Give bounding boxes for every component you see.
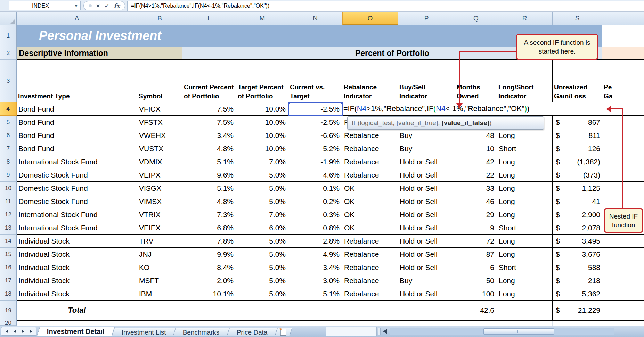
- cell-R7[interactable]: Short: [497, 142, 553, 155]
- cell-N6[interactable]: -6.6%: [288, 129, 342, 142]
- cell-Q13[interactable]: 9: [455, 221, 497, 235]
- cell-N14[interactable]: 2.8%: [288, 235, 342, 248]
- cell-M20[interactable]: [236, 321, 288, 326]
- cell-A14[interactable]: Individual Stock: [17, 235, 137, 248]
- cell-A16[interactable]: Individual Stock: [17, 261, 137, 274]
- cell-N7[interactable]: -5.2%: [288, 142, 342, 155]
- cell-B18[interactable]: IBM: [137, 287, 182, 301]
- cell-M6[interactable]: 10.0%: [236, 129, 288, 142]
- row-header-10[interactable]: 10: [0, 182, 17, 195]
- cell-O18[interactable]: Rebalance: [342, 287, 398, 301]
- row-header-2[interactable]: 2: [0, 47, 17, 60]
- row-header-3[interactable]: 3: [0, 60, 17, 102]
- cell-N10[interactable]: 0.1%: [288, 182, 342, 195]
- row-header-8[interactable]: 8: [0, 155, 17, 168]
- header-O3[interactable]: Rebalance Indicator: [342, 60, 398, 102]
- cell-T18[interactable]: [602, 287, 644, 301]
- cell-N11[interactable]: -0.2%: [288, 195, 342, 208]
- cell-B11[interactable]: VIMSX: [137, 195, 182, 208]
- cell-B14[interactable]: TRV: [137, 235, 182, 248]
- cell-L14[interactable]: 7.8%: [182, 235, 236, 248]
- cell-A18[interactable]: Individual Stock: [17, 287, 137, 301]
- scroll-left-icon[interactable]: [383, 329, 387, 334]
- cell-N20[interactable]: [288, 321, 342, 326]
- cell-Q11[interactable]: 46: [455, 195, 497, 208]
- cell-R9[interactable]: Long: [497, 168, 553, 182]
- cell-N4[interactable]: -2.5%: [288, 102, 342, 116]
- cell-B7[interactable]: VUSTX: [137, 142, 182, 155]
- cell-M10[interactable]: 5.0%: [236, 182, 288, 195]
- header-Q3[interactable]: Months Owned: [455, 60, 497, 102]
- cell-L13[interactable]: 6.8%: [182, 221, 236, 235]
- cell-B13[interactable]: VEIEX: [137, 221, 182, 235]
- cell-M13[interactable]: 6.0%: [236, 221, 288, 235]
- cell-B4[interactable]: VFICX: [137, 102, 182, 116]
- cell-R18[interactable]: Long: [497, 287, 553, 301]
- cell-S5[interactable]: $867: [553, 116, 602, 129]
- tab-price-data[interactable]: Price Data: [227, 328, 278, 336]
- cell-M14[interactable]: 5.0%: [236, 235, 288, 248]
- cell-P14[interactable]: Hold or Sell: [398, 235, 455, 248]
- cell-A19[interactable]: Total: [17, 301, 137, 321]
- cell-O9[interactable]: Rebalance: [342, 168, 398, 182]
- row-header-6[interactable]: 6: [0, 129, 17, 142]
- row-header-1[interactable]: 1: [0, 25, 17, 47]
- column-header-R[interactable]: R: [497, 12, 553, 25]
- cell-O6[interactable]: Rebalance: [342, 129, 398, 142]
- cell-N8[interactable]: -1.9%: [288, 155, 342, 168]
- cell-Q14[interactable]: 72: [455, 235, 497, 248]
- row-header-7[interactable]: 7: [0, 142, 17, 155]
- header-P3[interactable]: Buy/Sell Indicator: [398, 60, 455, 102]
- header-A3[interactable]: Investment Type: [17, 60, 137, 102]
- cell-Q10[interactable]: 33: [455, 182, 497, 195]
- row-header-18[interactable]: 18: [0, 287, 17, 301]
- cell-T16[interactable]: [602, 261, 644, 274]
- cell-P19[interactable]: [398, 301, 455, 321]
- row-header-12[interactable]: 12: [0, 208, 17, 221]
- tab-split-handle[interactable]: [378, 328, 381, 335]
- cell-N18[interactable]: 5.1%: [288, 287, 342, 301]
- cell-B12[interactable]: VTRIX: [137, 208, 182, 221]
- cell-L6[interactable]: 3.4%: [182, 129, 236, 142]
- column-header-S[interactable]: S: [553, 12, 602, 25]
- cell-S6[interactable]: $811: [553, 129, 602, 142]
- cell-A12[interactable]: International Stock Fund: [17, 208, 137, 221]
- cell-P17[interactable]: Buy: [398, 274, 455, 287]
- cell-S10[interactable]: $1,125: [553, 182, 602, 195]
- cell-L9[interactable]: 9.6%: [182, 168, 236, 182]
- column-header-L[interactable]: L: [182, 12, 236, 25]
- cell-A9[interactable]: Domestic Stock Fund: [17, 168, 137, 182]
- cell-L16[interactable]: 8.4%: [182, 261, 236, 274]
- cell-Q16[interactable]: 6: [455, 261, 497, 274]
- row-header-11[interactable]: 11: [0, 195, 17, 208]
- cell-P13[interactable]: Hold or Sell: [398, 221, 455, 235]
- row-header-19[interactable]: 19: [0, 301, 17, 321]
- cell-P8[interactable]: Hold or Sell: [398, 155, 455, 168]
- cell-Q6[interactable]: 48: [455, 129, 497, 142]
- cell-Q20[interactable]: [455, 321, 497, 326]
- row-header-14[interactable]: 14: [0, 235, 17, 248]
- cell-S17[interactable]: $218: [553, 274, 602, 287]
- header-M3[interactable]: Target Percent of Portfolio: [236, 60, 288, 102]
- column-header-O[interactable]: O: [342, 12, 398, 25]
- prev-sheet-icon[interactable]: [14, 330, 16, 333]
- cell-B9[interactable]: VEIPX: [137, 168, 182, 182]
- cell-N9[interactable]: 4.6%: [288, 168, 342, 182]
- cell-R8[interactable]: Long: [497, 155, 553, 168]
- cell-B17[interactable]: MSFT: [137, 274, 182, 287]
- cell-S18[interactable]: $5,362: [553, 287, 602, 301]
- cell-R11[interactable]: Long: [497, 195, 553, 208]
- cell-B6[interactable]: VWEHX: [137, 129, 182, 142]
- cell-L8[interactable]: 5.1%: [182, 155, 236, 168]
- last-sheet-icon[interactable]: [30, 330, 34, 333]
- header-T3[interactable]: Pe Ga: [602, 60, 644, 102]
- cell-B10[interactable]: VISGX: [137, 182, 182, 195]
- cell-T14[interactable]: [602, 235, 644, 248]
- cell-L15[interactable]: 9.9%: [182, 248, 236, 261]
- column-header-A[interactable]: A: [17, 12, 137, 25]
- cell-O15[interactable]: Rebalance: [342, 248, 398, 261]
- cell-L5[interactable]: 7.5%: [182, 116, 236, 129]
- row-header-20[interactable]: 20: [0, 321, 17, 326]
- cell-O8[interactable]: Rebalance: [342, 155, 398, 168]
- cell-R6[interactable]: Long: [497, 129, 553, 142]
